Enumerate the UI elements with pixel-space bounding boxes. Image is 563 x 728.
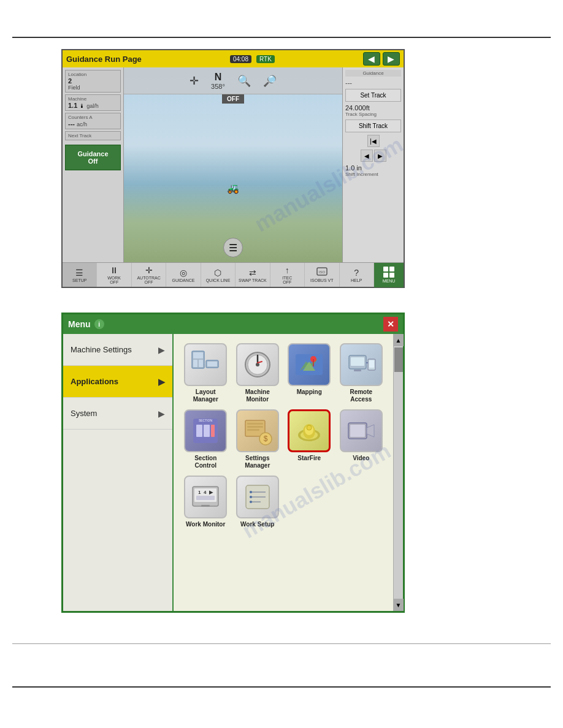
zoom-out-icon[interactable]: 🔎 xyxy=(263,74,277,88)
svg-rect-41 xyxy=(350,425,365,437)
svg-rect-26 xyxy=(204,425,210,437)
app-machine-monitor[interactable]: Machine Monitor xyxy=(235,343,281,403)
svg-point-56 xyxy=(250,501,252,503)
svg-rect-20 xyxy=(354,370,361,371)
scroll-up-button[interactable]: ▲ xyxy=(394,334,404,346)
app-work-setup[interactable]: Work Setup xyxy=(235,476,281,528)
svg-point-55 xyxy=(250,496,252,498)
svg-rect-7 xyxy=(207,362,217,366)
toolbar-guidance[interactable]: ◎ GUIDANCE xyxy=(166,263,201,287)
shift-increment-label: Shift Increment xyxy=(345,172,401,177)
shift-next-button[interactable]: ▶ xyxy=(374,150,386,162)
app-mapping[interactable]: Mapping xyxy=(286,343,332,403)
itec-status: OFF xyxy=(283,280,291,284)
shift-nav-row: |◀ xyxy=(345,135,401,147)
app-settings-manager[interactable]: $ Settings Manager xyxy=(235,409,281,469)
app-remote-access[interactable]: Remote Access xyxy=(339,343,385,403)
crosshair-icon: ✛ xyxy=(190,74,199,88)
starfire-icon xyxy=(288,409,331,452)
nav-item-applications[interactable]: Applications ▶ xyxy=(63,366,172,398)
app-starfire[interactable]: StarFire xyxy=(286,409,332,469)
svg-point-54 xyxy=(250,491,252,493)
machine-monitor-icon xyxy=(236,343,279,386)
svg-rect-3 xyxy=(193,352,203,358)
system-label: System xyxy=(71,409,97,418)
guidance-panel-label: Guidance xyxy=(345,70,401,77)
heading-direction: N xyxy=(211,72,225,83)
scroll-thumb[interactable] xyxy=(394,347,403,372)
svg-rect-25 xyxy=(196,425,202,437)
app-section-control[interactable]: SECTION Section Control xyxy=(183,409,229,469)
counters-panel: Counters A --- ac/h xyxy=(65,113,121,129)
guidance-off-button[interactable]: GuidanceOff xyxy=(65,145,121,170)
toolbar-isobus[interactable]: ISO ISOBUS VT xyxy=(305,263,339,287)
guidance-title: Guidance Run Page xyxy=(66,55,142,64)
svg-marker-42 xyxy=(367,425,374,437)
svg-rect-22 xyxy=(369,360,374,368)
counters-unit: ac/h xyxy=(77,121,87,127)
guidance-run-screen: Guidance Run Page 04:08 RTK ◀ ▶ Location… xyxy=(61,49,405,288)
machine-label: Machine xyxy=(68,96,118,102)
help-label: HELP xyxy=(351,278,362,282)
rtk-badge: RTK xyxy=(256,55,275,63)
toolbar-autotrac[interactable]: ✛ AUTOTRAC OFF xyxy=(132,263,166,287)
list-button[interactable]: ☰ xyxy=(223,238,243,257)
svg-point-39 xyxy=(307,425,312,430)
zoom-in-icon[interactable]: 🔍 xyxy=(237,74,251,88)
top-divider xyxy=(12,37,551,38)
bottom-divider xyxy=(12,686,551,688)
toolbar-itec[interactable]: ↑ ITEC OFF xyxy=(270,263,305,287)
counters-label: Counters A xyxy=(68,115,118,120)
toolbar-quickline[interactable]: ⬡ QUICK LINE xyxy=(201,263,236,287)
nav-next-button[interactable]: ▶ xyxy=(383,52,400,66)
system-arrow-icon: ▶ xyxy=(158,409,165,419)
setup-label: SETUP xyxy=(72,278,86,282)
toolbar-help[interactable]: ? HELP xyxy=(340,263,374,287)
svg-rect-5 xyxy=(199,360,203,367)
close-button[interactable]: ✕ xyxy=(383,317,398,332)
track-spacing-label: Track Spacing xyxy=(345,112,401,117)
section-control-label: Section Control xyxy=(183,455,228,469)
shift-prev-button[interactable]: ◀ xyxy=(361,150,373,162)
app-video[interactable]: Video xyxy=(339,409,385,469)
toolbar-setup[interactable]: ☰ SETUP xyxy=(63,263,97,287)
svg-rect-31 xyxy=(247,426,263,428)
location-panel: Location 2 Field xyxy=(65,70,121,93)
remote-access-label: Remote Access xyxy=(339,389,383,403)
heading-degrees: 358° xyxy=(211,83,225,90)
swaptrack-label: SWAP TRACK xyxy=(239,278,267,282)
shift-track-button[interactable]: Shift Track xyxy=(345,119,401,132)
toolbar-work[interactable]: ⏸ WORK OFF xyxy=(97,263,131,287)
work-setup-label: Work Setup xyxy=(240,521,274,528)
nav-item-machine-settings[interactable]: Machine Settings ▶ xyxy=(63,334,172,366)
autotrac-icon: ✛ xyxy=(145,265,153,275)
svg-rect-48 xyxy=(196,496,215,500)
scroll-down-button[interactable]: ▼ xyxy=(394,599,404,611)
app-layout-manager[interactable]: Layout Manager xyxy=(183,343,229,403)
app-work-monitor[interactable]: 1 4 ▶ Work Monitor xyxy=(183,476,229,528)
itec-label: ITEC xyxy=(282,276,292,280)
applications-label: Applications xyxy=(71,377,118,386)
shift-left-end-button[interactable]: |◀ xyxy=(367,135,380,147)
set-track-button[interactable]: Set Track xyxy=(345,89,401,102)
heading-display: N 358° xyxy=(211,72,225,90)
apps-grid: Layout Manager Machine Monitor xyxy=(180,340,387,531)
toolbar-swaptrack[interactable]: ⇄ SWAP TRACK xyxy=(236,263,270,287)
menu-title-group: Menu i xyxy=(68,319,104,329)
toolbar-menu-button[interactable]: MENU xyxy=(374,263,404,287)
info-icon[interactable]: i xyxy=(94,319,104,329)
settings-manager-label: Settings Manager xyxy=(236,455,280,469)
applications-arrow-icon: ▶ xyxy=(158,377,165,387)
svg-text:ISO: ISO xyxy=(319,270,326,274)
work-icon: ⏸ xyxy=(110,265,118,275)
nav-prev-button[interactable]: ◀ xyxy=(363,52,380,66)
next-track-label: Next Track xyxy=(68,133,118,138)
guidance-main: Location 2 Field Machine 1.1 🌡 gal/h Cou… xyxy=(63,67,404,262)
counters-value: --- xyxy=(68,120,75,127)
machine-icon: 🌡 xyxy=(79,103,85,109)
layout-manager-label: Layout Manager xyxy=(183,389,228,403)
svg-rect-19 xyxy=(351,357,364,366)
guidance-right-panel: Guidance --- Set Track 24.000ft Track Sp… xyxy=(342,67,404,262)
settings-manager-icon: $ xyxy=(236,409,279,452)
nav-item-system[interactable]: System ▶ xyxy=(63,398,172,430)
